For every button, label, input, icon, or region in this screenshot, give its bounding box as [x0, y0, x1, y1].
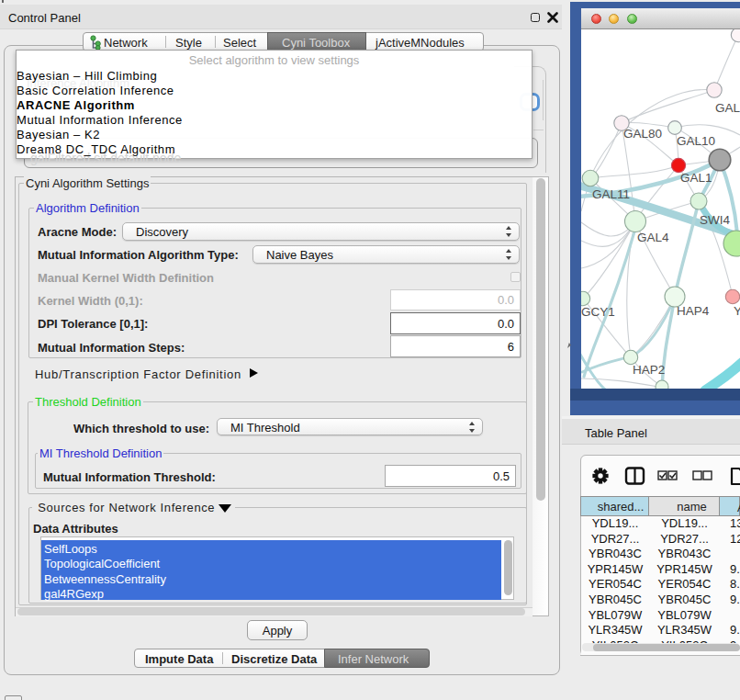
svg-text:HAP2: HAP2 — [633, 363, 665, 377]
svg-text:GAL10: GAL10 — [677, 134, 715, 148]
svg-text:GAL11: GAL11 — [592, 187, 630, 201]
svg-text:GCY1: GCY1 — [581, 305, 615, 319]
svg-text:HAP4: HAP4 — [677, 304, 710, 318]
svg-text:SWI4: SWI4 — [700, 213, 730, 227]
svg-text:GAL: GAL — [715, 101, 740, 115]
svg-text:GAL80: GAL80 — [623, 127, 662, 141]
svg-text:Y: Y — [734, 304, 740, 318]
svg-text:GAL1: GAL1 — [680, 171, 712, 185]
svg-text:GAL4: GAL4 — [637, 231, 669, 244]
